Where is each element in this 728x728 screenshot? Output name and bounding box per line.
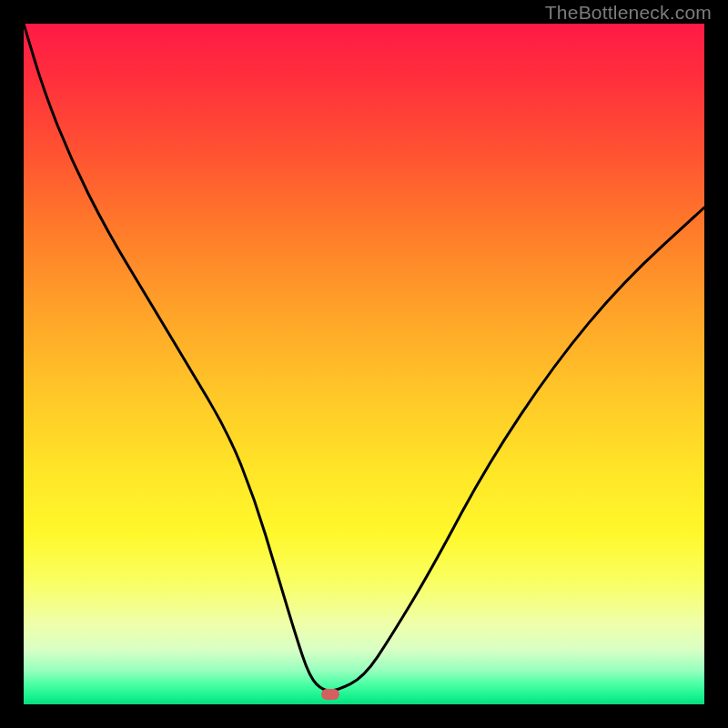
plot-area	[24, 24, 704, 704]
watermark-text: TheBottleneck.com	[545, 2, 712, 24]
chart-frame: TheBottleneck.com	[0, 0, 728, 728]
optimal-point-marker	[321, 689, 339, 700]
bottleneck-curve	[24, 24, 704, 704]
